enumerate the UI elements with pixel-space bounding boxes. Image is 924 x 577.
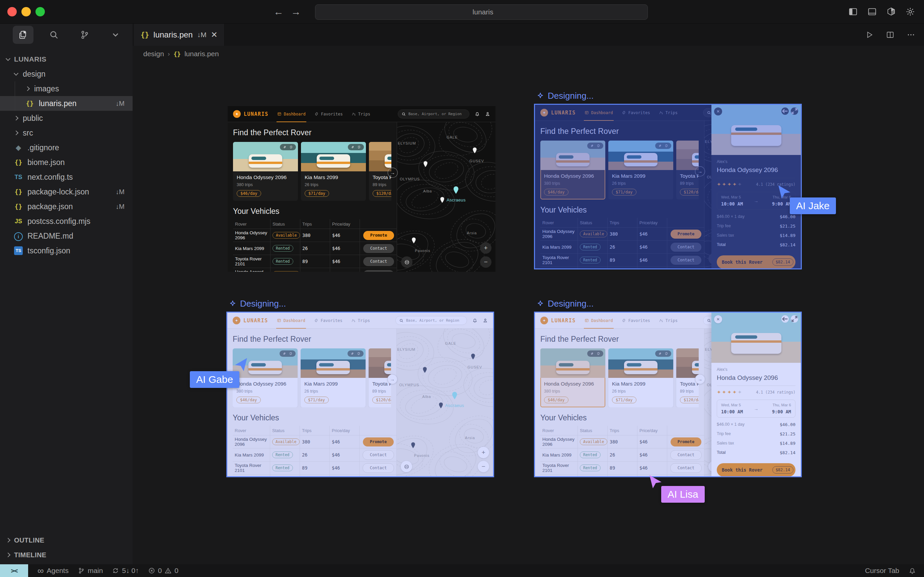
artboard-jake[interactable]: ✦LUNARISDashboardFavoritesTripsBase, Air… <box>534 104 802 269</box>
map-pin[interactable] <box>410 442 416 450</box>
vehicle-card[interactable]: Kia Mars 209926 trips$71/day <box>608 348 673 407</box>
command-center-search[interactable]: lunaris <box>315 4 648 20</box>
tree-item-next-config-ts[interactable]: TSnext.config.ts <box>0 170 132 184</box>
problems-status-item[interactable]: 0 0 <box>148 567 179 575</box>
tree-item-package-json[interactable]: {}package.json↓M <box>0 199 132 214</box>
map-pin-selected[interactable] <box>453 186 459 195</box>
remote-indicator[interactable]: >< <box>0 564 28 577</box>
carousel-next-button[interactable]: → <box>695 374 705 384</box>
tab-close-icon[interactable]: ✕ <box>211 30 218 39</box>
design-nav-trips[interactable]: Trips <box>659 105 677 121</box>
contact-button[interactable]: Contact <box>671 243 701 252</box>
design-search-input[interactable]: Base, Airport, or Region <box>395 316 467 325</box>
design-nav-dashboard[interactable]: Dashboard <box>585 105 613 121</box>
carousel-next-button[interactable]: → <box>695 166 705 176</box>
vehicle-card[interactable]: Kia Mars 209926 trips$71/day <box>301 142 366 201</box>
carousel-next-button[interactable]: → <box>387 374 397 384</box>
close-icon[interactable]: ✕ <box>714 315 722 323</box>
artboard-lisa[interactable]: ✦LUNARISDashboardFavoritesTripsBase, Air… <box>534 312 802 477</box>
window-zoom-button[interactable] <box>35 7 45 16</box>
map-panel[interactable]: ELYSIUMGALEGUSEVOLYMPUSAlbaAscraeusArsia… <box>397 329 493 476</box>
vehicle-card[interactable]: Kia Mars 209926 trips$71/day <box>301 348 366 407</box>
book-rover-button[interactable]: Book this Rover$82.14 <box>717 463 795 477</box>
contact-button[interactable]: Contact <box>363 244 394 253</box>
history-forward-button[interactable]: → <box>289 5 303 19</box>
window-close-button[interactable] <box>7 7 17 16</box>
artboard-gabe[interactable]: ✦LUNARISDashboardFavoritesTripsBase, Air… <box>226 312 494 477</box>
history-back-button[interactable]: ← <box>272 5 285 19</box>
map-pin[interactable] <box>439 402 443 410</box>
back-icon[interactable] <box>781 315 789 322</box>
map-pin[interactable] <box>440 197 445 205</box>
split-editor-button[interactable] <box>886 31 895 39</box>
activity-search-icon[interactable] <box>44 26 64 44</box>
map-pin[interactable] <box>423 161 428 169</box>
activity-source-control-icon[interactable] <box>74 26 95 44</box>
tree-item-readme-md[interactable]: iREADME.md <box>0 229 132 243</box>
contact-button[interactable]: Contact <box>363 270 394 272</box>
bell-icon[interactable] <box>472 318 477 323</box>
activity-chevron-down-icon[interactable] <box>105 26 126 44</box>
contact-button[interactable]: Contact <box>363 450 394 460</box>
contact-button[interactable]: Contact <box>670 476 702 478</box>
vehicle-card[interactable]: Honda Odyssey 2096380 trips$46/day <box>540 348 605 407</box>
design-nav-favorites[interactable]: Favorites <box>622 105 650 121</box>
vehicle-card[interactable]: Kia Mars 209926 trips$71/day <box>608 140 673 200</box>
explorer-root[interactable]: LUNARIS <box>0 52 132 67</box>
design-nav-trips[interactable]: Trips <box>352 106 370 122</box>
promote-button[interactable]: Promote <box>671 230 701 239</box>
tree-item-images[interactable]: images <box>0 81 132 96</box>
design-nav-favorites[interactable]: Favorites <box>314 106 343 122</box>
map-zoom-in-button[interactable]: + <box>478 447 489 458</box>
design-canvas[interactable]: ✦LUNARISDashboardFavoritesTripsBase, Air… <box>132 62 924 564</box>
map-layers-button[interactable] <box>401 256 413 268</box>
map-zoom-out-button[interactable]: − <box>478 461 489 472</box>
tree-item--gitignore[interactable]: ◆.gitignore <box>0 140 132 155</box>
map-pin-selected[interactable] <box>451 391 458 401</box>
artboard-original[interactable]: ✦LUNARISDashboardFavoritesTripsBase, Air… <box>227 106 495 272</box>
map-pin[interactable] <box>472 147 477 155</box>
tree-item-public[interactable]: public <box>0 111 132 126</box>
promote-button[interactable]: Promote <box>363 437 394 446</box>
date-range-picker[interactable]: Wed, Mar 510:00 AM→Thu, Mar 69:00 AM <box>717 400 795 418</box>
window-minimize-button[interactable] <box>21 7 31 16</box>
vehicle-card[interactable]: Honda Odyssey 2096380 trips$46/day <box>540 140 605 200</box>
account-icon[interactable] <box>485 111 490 116</box>
sync-status-item[interactable]: 5↓ 0↑ <box>112 567 139 575</box>
run-button[interactable] <box>865 31 874 39</box>
map-pin[interactable] <box>411 237 416 245</box>
design-nav-dashboard[interactable]: Dashboard <box>277 313 305 329</box>
contact-button[interactable]: Contact <box>671 256 701 265</box>
promote-button[interactable]: Promote <box>671 437 701 446</box>
design-nav-favorites[interactable]: Favorites <box>314 313 342 329</box>
design-nav-dashboard[interactable]: Dashboard <box>585 313 613 329</box>
agents-status-item[interactable]: ∞ Agents <box>37 567 69 575</box>
breadcrumb-folder[interactable]: design <box>143 50 164 58</box>
carousel-next-button[interactable]: → <box>388 168 398 178</box>
tree-item-tsconfig-json[interactable]: TStsconfig.json <box>0 243 132 258</box>
sidebar-toggle-icon[interactable] <box>848 7 858 17</box>
section-timeline[interactable]: TIMELINE <box>0 548 132 562</box>
tree-item-lunaris-pen[interactable]: {}lunaris.pen↓M <box>0 96 132 111</box>
activity-files-icon[interactable] <box>13 26 34 44</box>
tree-item-src[interactable]: src <box>0 126 132 140</box>
tree-item-package-lock-json[interactable]: {}package-lock.json↓M <box>0 184 132 199</box>
tree-item-postcss-config-mjs[interactable]: JSpostcss.config.mjs <box>0 214 132 229</box>
contact-button[interactable]: Contact <box>670 463 702 473</box>
cursor-tab-status[interactable]: Cursor Tab <box>865 567 899 575</box>
design-search-input[interactable]: Base, Airport, or Region <box>398 110 469 118</box>
map-layers-button[interactable] <box>401 461 412 472</box>
close-icon[interactable]: ✕ <box>714 108 722 116</box>
back-icon[interactable] <box>781 108 789 115</box>
map-zoom-out-button[interactable]: − <box>480 256 492 268</box>
contact-button[interactable]: Contact <box>363 463 394 473</box>
breadcrumb-file[interactable]: lunaris.pen <box>184 50 219 58</box>
settings-gear-icon[interactable] <box>905 7 915 17</box>
map-pin[interactable] <box>470 353 476 361</box>
contact-button[interactable]: Contact <box>671 269 701 270</box>
bell-icon[interactable] <box>475 111 480 116</box>
more-actions-button[interactable] <box>906 31 915 39</box>
branch-status-item[interactable]: main <box>78 567 103 575</box>
book-rover-button[interactable]: Book this Rover$82.14 <box>717 255 795 269</box>
vehicle-card[interactable]: Honda Odyssey 2096380 trips$46/day <box>233 142 298 201</box>
